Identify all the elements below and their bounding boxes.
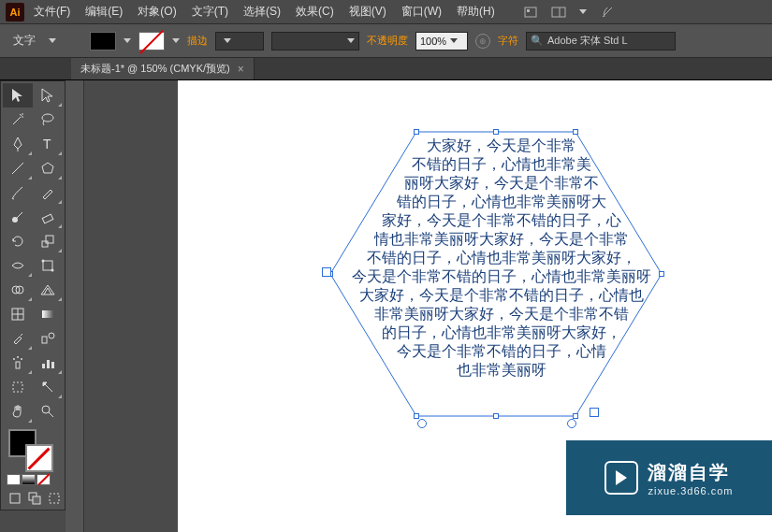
selection-handle[interactable] — [659, 271, 664, 277]
svg-rect-30 — [13, 382, 22, 392]
zoom-tool[interactable] — [33, 399, 63, 424]
stroke-box[interactable] — [25, 444, 53, 472]
stroke-dropdown[interactable] — [172, 38, 180, 43]
color-mode-none[interactable] — [36, 474, 51, 485]
blob-brush-tool[interactable] — [3, 205, 33, 229]
polygon-tool[interactable] — [33, 156, 63, 180]
app-logo-icon: Ai — [6, 3, 24, 22]
stroke-label: 描边 — [187, 34, 208, 48]
fill-stroke-indicator[interactable] — [3, 427, 63, 474]
selection-handle[interactable] — [573, 129, 578, 135]
layout-icon[interactable] — [551, 5, 566, 20]
selection-handle[interactable] — [414, 129, 419, 135]
eraser-tool[interactable] — [33, 205, 63, 229]
width-tool[interactable] — [3, 253, 33, 278]
text-in-port[interactable] — [322, 267, 331, 277]
line-segment-tool[interactable] — [3, 156, 33, 180]
menu-bar: Ai 文件(F) 编辑(E) 对象(O) 文字(T) 选择(S) 效果(C) 视… — [0, 0, 772, 24]
type-tool[interactable]: T — [33, 132, 63, 156]
selection-handle[interactable] — [414, 413, 419, 419]
svg-rect-23 — [16, 362, 20, 368]
free-transform-tool[interactable] — [33, 253, 63, 278]
menu-help[interactable]: 帮助(H) — [451, 2, 501, 22]
color-mode-solid[interactable] — [7, 474, 21, 485]
fill-color-swatch[interactable] — [90, 32, 116, 50]
selection-handle[interactable] — [573, 413, 578, 419]
control-bar: 文字 描边 不透明度 100% ⊕ 字符 🔍 Adobe 宋体 Std L — [0, 24, 772, 58]
direct-selection-tool[interactable] — [33, 83, 63, 108]
text-out-port[interactable] — [590, 408, 599, 417]
opacity-input[interactable]: 100% — [415, 32, 468, 50]
svg-point-31 — [42, 406, 50, 413]
svg-rect-35 — [33, 496, 40, 504]
text-thread-circle[interactable] — [417, 419, 427, 428]
svg-point-24 — [13, 358, 15, 360]
paintbrush-tool[interactable] — [3, 180, 33, 205]
menu-select[interactable]: 选择(S) — [238, 2, 286, 22]
layout-dropdown-icon[interactable] — [579, 9, 587, 14]
pencil-tool[interactable] — [33, 180, 63, 205]
svg-rect-28 — [47, 360, 50, 368]
shape-builder-tool[interactable] — [3, 278, 33, 302]
svg-rect-10 — [42, 241, 48, 247]
scale-tool[interactable] — [33, 229, 63, 253]
symbol-sprayer-tool[interactable] — [3, 351, 33, 375]
pen-tool[interactable] — [3, 132, 33, 156]
draw-mode-row — [3, 489, 63, 508]
artboard-tool[interactable] — [3, 375, 33, 399]
menu-type[interactable]: 文字(T) — [186, 2, 234, 22]
draw-inside[interactable] — [45, 489, 63, 508]
hand-tool[interactable] — [3, 399, 33, 424]
bridge-icon[interactable] — [523, 5, 538, 20]
feather-icon[interactable] — [600, 5, 615, 20]
blend-tool[interactable] — [33, 326, 63, 351]
draw-behind[interactable] — [26, 489, 44, 508]
column-graph-tool[interactable] — [33, 351, 63, 375]
gradient-tool[interactable] — [33, 302, 63, 326]
magic-wand-tool[interactable] — [3, 108, 33, 132]
hexagon-text-object[interactable]: 大家好，今天是个非常 不错的日子，心情也非常美 丽呀大家好，今天是个非常不 错的… — [328, 129, 664, 419]
menu-window[interactable]: 窗口(W) — [396, 2, 447, 22]
selection-handle[interactable] — [493, 129, 499, 135]
lasso-tool[interactable] — [33, 108, 63, 132]
text-thread-circle[interactable] — [567, 419, 576, 428]
selection-handle[interactable] — [493, 413, 499, 419]
perspective-grid-tool[interactable] — [33, 278, 63, 302]
eyedropper-tool[interactable] — [3, 326, 33, 351]
menu-file[interactable]: 文件(F) — [28, 2, 76, 22]
menu-view[interactable]: 视图(V) — [343, 2, 392, 22]
ruler-vertical — [66, 80, 84, 532]
document-tab[interactable]: 未标题-1* @ 150% (CMYK/预览) × — [71, 58, 255, 79]
font-family-input[interactable]: 🔍 Adobe 宋体 Std L — [526, 32, 676, 50]
recolor-icon[interactable]: ⊕ — [475, 34, 490, 49]
svg-rect-1 — [527, 9, 530, 12]
stroke-none-swatch[interactable] — [138, 32, 165, 50]
svg-point-4 — [42, 114, 53, 122]
selection-tool[interactable] — [3, 83, 33, 108]
hexagon-text-content[interactable]: 大家好，今天是个非常 不错的日子，心情也非常美 丽呀大家好，今天是个非常不 错的… — [346, 137, 657, 380]
svg-rect-0 — [525, 7, 536, 17]
canvas-viewport[interactable]: 大家好，今天是个非常 不错的日子，心情也非常美 丽呀大家好，今天是个非常不 错的… — [66, 80, 772, 532]
tools-panel: T — [0, 80, 66, 510]
close-icon[interactable]: × — [238, 63, 244, 76]
brush-definition-dropdown[interactable] — [271, 32, 359, 50]
svg-rect-9 — [42, 214, 53, 223]
menu-object[interactable]: 对象(O) — [132, 2, 182, 22]
fill-dropdown[interactable] — [124, 38, 131, 43]
svg-line-6 — [12, 163, 23, 174]
menu-effect[interactable]: 效果(C) — [290, 2, 340, 22]
tool-mode-dropdown[interactable] — [49, 38, 56, 43]
svg-point-26 — [21, 358, 22, 360]
draw-normal[interactable] — [7, 489, 24, 508]
character-label[interactable]: 字符 — [498, 34, 518, 48]
mesh-tool[interactable] — [3, 302, 33, 326]
menu-edit[interactable]: 编辑(E) — [80, 2, 128, 22]
rotate-tool[interactable] — [3, 229, 33, 253]
stroke-weight-input[interactable] — [215, 32, 264, 50]
slice-tool[interactable] — [33, 375, 63, 399]
color-mode-gradient[interactable] — [22, 474, 36, 485]
svg-line-32 — [49, 412, 53, 417]
svg-rect-33 — [10, 494, 20, 503]
color-mode-row — [3, 474, 63, 485]
svg-point-14 — [51, 269, 54, 272]
